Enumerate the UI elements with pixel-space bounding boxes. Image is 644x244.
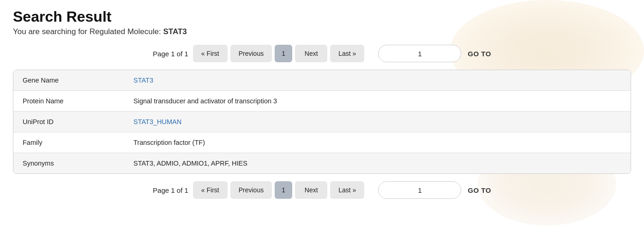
table-row: Protein Name Signal transducer and activ… — [13, 91, 631, 112]
row-value-uniprot-id: STAT3_HUMAN — [124, 112, 631, 132]
search-subtitle: You are searching for Regulated Molecule… — [13, 27, 631, 36]
row-label-family: Family — [13, 132, 124, 153]
table-row: Family Transcription factor (TF) — [13, 132, 631, 153]
row-label-gene-name: Gene Name — [13, 70, 124, 90]
next-button-top[interactable]: Next — [295, 45, 327, 62]
row-value-synonyms: STAT3, ADMIO, ADMIO1, APRF, HIES — [124, 153, 631, 173]
results-table: Gene Name STAT3 Protein Name Signal tran… — [13, 70, 631, 174]
table-row: UniProt ID STAT3_HUMAN — [13, 112, 631, 132]
goto-button-bottom[interactable]: GO TO — [468, 186, 491, 194]
first-button-top[interactable]: « First — [193, 45, 228, 62]
row-label-synonyms: Synonyms — [13, 153, 124, 173]
row-label-uniprot-id: UniProt ID — [13, 112, 124, 132]
last-button-bottom[interactable]: Last » — [330, 181, 364, 199]
subtitle-prefix: You are searching for Regulated Molecule… — [13, 27, 161, 36]
row-value-protein-name: Signal transducer and activator of trans… — [124, 91, 631, 111]
page-title: Search Result — [13, 8, 631, 25]
table-row: Synonyms STAT3, ADMIO, ADMIO1, APRF, HIE… — [13, 153, 631, 173]
row-value-family: Transcription factor (TF) — [124, 132, 631, 153]
previous-button-bottom[interactable]: Previous — [230, 181, 272, 199]
row-label-protein-name: Protein Name — [13, 91, 124, 111]
last-button-top[interactable]: Last » — [330, 45, 364, 62]
gene-name-link[interactable]: STAT3 — [133, 77, 153, 84]
pagination-top: Page 1 of 1 « First Previous 1 Next Last… — [13, 45, 631, 62]
page-info-top: Page 1 of 1 — [153, 50, 188, 58]
previous-button-top[interactable]: Previous — [230, 45, 272, 62]
pagination-bottom: Page 1 of 1 « First Previous 1 Next Last… — [13, 181, 631, 199]
next-button-bottom[interactable]: Next — [295, 181, 327, 199]
uniprot-id-link[interactable]: STAT3_HUMAN — [133, 118, 181, 125]
table-row: Gene Name STAT3 — [13, 70, 631, 91]
goto-input-bottom[interactable] — [378, 181, 461, 199]
subtitle-molecule: STAT3 — [163, 27, 187, 36]
page-number-bottom[interactable]: 1 — [275, 181, 292, 199]
first-button-bottom[interactable]: « First — [193, 181, 228, 199]
row-value-gene-name: STAT3 — [124, 70, 631, 90]
goto-button-top[interactable]: GO TO — [468, 50, 491, 58]
goto-input-top[interactable] — [378, 45, 461, 62]
page-number-top[interactable]: 1 — [275, 45, 292, 62]
page-info-bottom: Page 1 of 1 — [153, 186, 188, 194]
